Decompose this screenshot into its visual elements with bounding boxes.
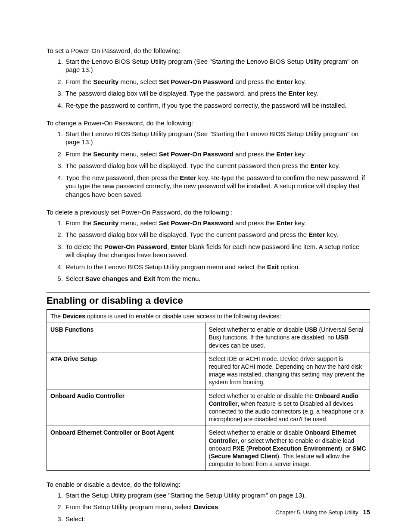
list-item: Re-type the password to confirm, if you … [65,101,370,110]
list-item: The password dialog box will be displaye… [65,162,370,170]
list-item: The password dialog box will be displaye… [65,230,370,239]
section-heading: Enabling or disabling a device [47,295,370,307]
table-cell-left: USB Functions [47,323,206,352]
list-item: Start the Setup Utility program (see "St… [65,491,370,500]
devices-table: The Devices options is used to enable or… [47,309,370,471]
enable-disable-intro: To enable or disable a device, do the fo… [47,480,370,489]
table-cell-right: Select IDE or ACHI mode. Device driver s… [205,352,370,389]
list-item: The password dialog box will be displaye… [65,89,370,98]
table-row: Onboard Audio Controller Select whether … [47,389,370,426]
table-row: Onboard Ethernet Controller or Boot Agen… [47,426,370,471]
delete-password-intro: To delete a previously set Power-On Pass… [47,208,370,217]
list-item: From the Security menu, select Set Power… [65,78,370,86]
table-cell-right: Select whether to enable or disable the … [205,389,370,426]
list-item: Return to the Lenovo BIOS Setup Utility … [65,263,370,271]
list-item: To delete the Power-On Password, Enter b… [65,243,370,259]
table-row: USB Functions Select whether to enable o… [47,323,370,352]
set-password-intro: To set a Power-On Password, do the follo… [47,47,370,55]
change-password-list: Start the Lenovo BIOS Setup Utility prog… [47,130,370,199]
list-item: From the Security menu, select Set Power… [65,150,370,159]
table-row: The Devices options is used to enable or… [47,310,370,323]
footer-page-number: 15 [363,508,370,516]
table-cell-right: Select whether to enable or disable USB … [205,323,370,352]
section-divider [47,292,370,293]
document-page: To set a Power-On Password, do the follo… [0,0,411,532]
list-item: Start the Lenovo BIOS Setup Utility prog… [65,57,370,74]
table-row: ATA Drive Setup Select IDE or ACHI mode.… [47,352,370,389]
list-item: Type the new password, then press the En… [65,174,370,199]
list-item: From the Security menu, select Set Power… [65,219,370,227]
table-cell-left: Onboard Ethernet Controller or Boot Agen… [47,426,206,471]
footer-chapter: Chapter 5. Using the Setup Utility [275,509,358,516]
list-item: Select Save changes and Exit from the me… [65,274,370,283]
list-item: Start the Lenovo BIOS Setup Utility prog… [65,130,370,146]
enable-disable-list: Start the Setup Utility program (see "St… [47,491,370,523]
table-cell-right: Select whether to enable or disable Onbo… [205,426,370,471]
page-footer: Chapter 5. Using the Setup Utility 15 [275,508,370,516]
delete-password-list: From the Security menu, select Set Power… [47,219,370,283]
table-cell-left: Onboard Audio Controller [47,389,206,426]
table-cell-left: ATA Drive Setup [47,352,206,389]
set-password-list: Start the Lenovo BIOS Setup Utility prog… [47,57,370,110]
change-password-intro: To change a Power-On Password, do the fo… [47,119,370,128]
table-intro-cell: The Devices options is used to enable or… [47,310,370,323]
